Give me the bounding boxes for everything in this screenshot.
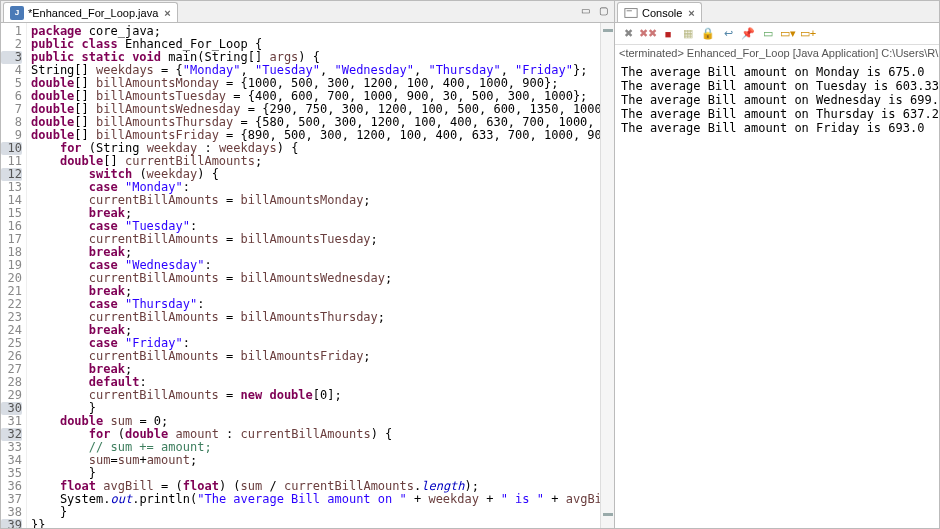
scroll-lock-icon[interactable]: 🔒 xyxy=(699,25,717,43)
console-status: <terminated> Enhanced_For_Loop [Java App… xyxy=(615,45,940,61)
java-file-icon: J xyxy=(10,6,24,20)
editor-tabbar: J *Enhanced_For_Loop.java × ▭ ▢ xyxy=(1,1,614,23)
editor-pane: J *Enhanced_For_Loop.java × ▭ ▢ 12345678… xyxy=(1,1,615,528)
svg-rect-1 xyxy=(627,10,632,11)
line-gutter: 1234567891011121314151617181920212223242… xyxy=(1,23,27,528)
code-area[interactable]: package core_java;public class Enhanced_… xyxy=(27,23,600,528)
clear-icon[interactable]: ▦ xyxy=(679,25,697,43)
close-icon[interactable]: × xyxy=(164,7,170,19)
minimize-icon[interactable]: ▭ xyxy=(578,3,592,17)
word-wrap-icon[interactable]: ↩ xyxy=(719,25,737,43)
console-icon xyxy=(624,6,638,20)
console-output[interactable]: The average Bill amount on Monday is 675… xyxy=(615,61,940,528)
editor-tab-title: *Enhanced_For_Loop.java xyxy=(28,7,158,19)
console-tab[interactable]: Console × xyxy=(617,2,702,22)
console-pane: Console × ▭ ▢ ✖ ✖✖ ■ ▦ 🔒 ↩ 📌 ▭ ▭▾ ▭+ <te… xyxy=(615,1,940,528)
maximize-icon[interactable]: ▢ xyxy=(596,3,610,17)
overview-ruler[interactable] xyxy=(600,23,614,528)
console-tab-title: Console xyxy=(642,7,682,19)
terminate-icon[interactable]: ■ xyxy=(659,25,677,43)
editor-body[interactable]: 1234567891011121314151617181920212223242… xyxy=(1,23,614,528)
pin-icon[interactable]: 📌 xyxy=(739,25,757,43)
editor-tab[interactable]: J *Enhanced_For_Loop.java × xyxy=(3,2,178,22)
remove-launch-icon[interactable]: ✖ xyxy=(619,25,637,43)
console-toolbar: ✖ ✖✖ ■ ▦ 🔒 ↩ 📌 ▭ ▭▾ ▭+ xyxy=(615,23,940,45)
svg-rect-0 xyxy=(625,8,637,17)
open-console-icon[interactable]: ▭▾ xyxy=(779,25,797,43)
console-tabbar: Console × ▭ ▢ xyxy=(615,1,940,23)
display-icon[interactable]: ▭ xyxy=(759,25,777,43)
remove-all-icon[interactable]: ✖✖ xyxy=(639,25,657,43)
close-icon[interactable]: × xyxy=(688,7,694,19)
new-console-icon[interactable]: ▭+ xyxy=(799,25,817,43)
